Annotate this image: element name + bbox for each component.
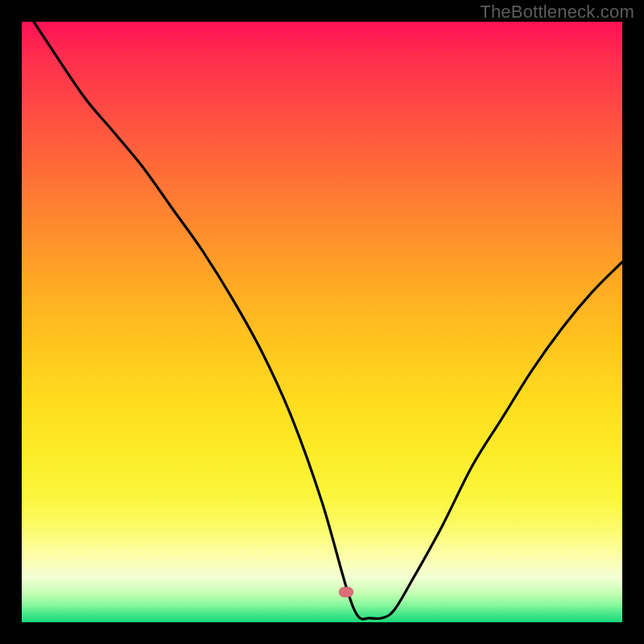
plot-area bbox=[22, 22, 622, 622]
curve-layer bbox=[22, 22, 622, 622]
bottleneck-curve bbox=[34, 22, 622, 619]
watermark-text: TheBottleneck.com bbox=[480, 2, 634, 23]
chart-frame: TheBottleneck.com bbox=[0, 0, 644, 644]
optimal-point-marker bbox=[339, 587, 353, 597]
